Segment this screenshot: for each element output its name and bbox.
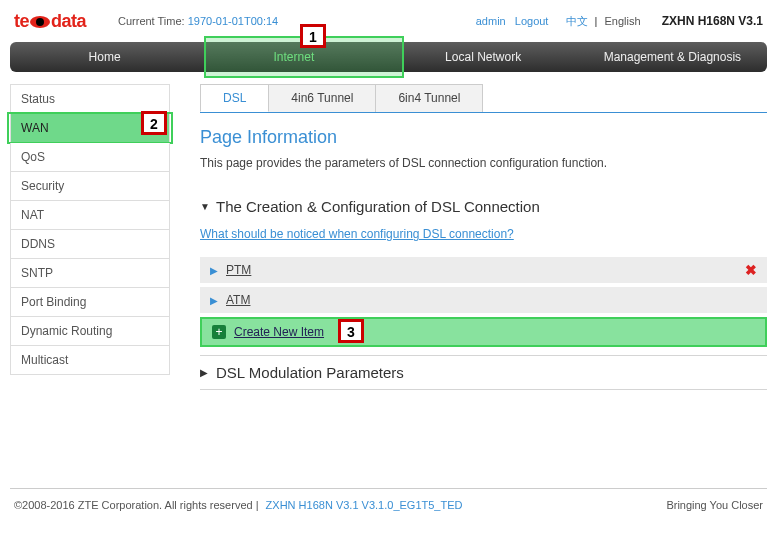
tab-bar: DSL 4in6 Tunnel 6in4 Tunnel (200, 84, 767, 113)
section-dsl-toggle[interactable]: The Creation & Configuration of DSL Conn… (200, 198, 767, 215)
tab-6in4[interactable]: 6in4 Tunnel (375, 84, 483, 112)
footer: ©2008-2016 ZTE Corporation. All rights r… (10, 488, 767, 521)
connection-row-atm[interactable]: ATM (200, 287, 767, 313)
nav-mgmt-diag[interactable]: Management & Diagnosis (578, 42, 767, 72)
section-dsl-modulation: DSL Modulation Parameters (200, 356, 767, 390)
header-right: admin Logout 中文 | English ZXHN H168N V3.… (476, 14, 763, 29)
create-new-item-label[interactable]: Create New Item (234, 325, 324, 339)
current-time: Current Time: 1970-01-01T00:14 (118, 15, 278, 27)
footer-left: ©2008-2016 ZTE Corporation. All rights r… (14, 499, 462, 511)
connection-name[interactable]: PTM (226, 263, 251, 277)
sidebar-item-dynamic-routing[interactable]: Dynamic Routing (10, 317, 170, 346)
copyright-text: ©2008-2016 ZTE Corporation. All rights r… (14, 499, 253, 511)
nav-home[interactable]: Home (10, 42, 199, 72)
sidebar-item-multicast[interactable]: Multicast (10, 346, 170, 375)
section-dsl-connection: The Creation & Configuration of DSL Conn… (200, 190, 767, 356)
create-new-item-row[interactable]: + Create New Item 3 (200, 317, 767, 347)
page-description: This page provides the parameters of DSL… (200, 156, 767, 170)
logo-eye-icon (30, 16, 50, 28)
section-modulation-title: DSL Modulation Parameters (216, 364, 404, 381)
callout-3: 3 (338, 319, 364, 343)
main-nav: Home Internet Local Network Management &… (10, 42, 767, 72)
sidebar: Status WAN 2 QoS Security NAT DDNS SNTP … (10, 84, 170, 470)
callout-2: 2 (141, 111, 167, 135)
lang-separator: | (595, 15, 598, 27)
chevron-right-icon (200, 367, 210, 378)
chevron-down-icon (200, 201, 210, 212)
header-bar: tedata Current Time: 1970-01-01T00:14 ad… (0, 0, 777, 38)
tab-4in6[interactable]: 4in6 Tunnel (268, 84, 376, 112)
nav-internet[interactable]: Internet (199, 42, 388, 72)
sidebar-item-sntp[interactable]: SNTP (10, 259, 170, 288)
chevron-right-icon (210, 295, 218, 306)
callout-1: 1 (300, 24, 326, 48)
logo-text: tedata (14, 11, 86, 32)
sidebar-item-port-binding[interactable]: Port Binding (10, 288, 170, 317)
lang-en-link[interactable]: English (604, 15, 640, 27)
body: Status WAN 2 QoS Security NAT DDNS SNTP … (10, 84, 767, 470)
current-time-label: Current Time: (118, 15, 185, 27)
footer-tagline: Bringing You Closer (666, 499, 763, 511)
sidebar-item-security[interactable]: Security (10, 172, 170, 201)
section-modulation-toggle[interactable]: DSL Modulation Parameters (200, 364, 767, 381)
page-title: Page Information (200, 127, 767, 148)
sidebar-item-status[interactable]: Status (10, 84, 170, 114)
tab-dsl[interactable]: DSL (200, 84, 269, 112)
model-label: ZXHN H168N V3.1 (662, 14, 763, 28)
section-dsl-title: The Creation & Configuration of DSL Conn… (216, 198, 540, 215)
lang-cn-link[interactable]: 中文 (566, 15, 588, 27)
plus-icon: + (212, 325, 226, 339)
sidebar-item-wan[interactable]: WAN 2 (10, 114, 170, 143)
spacer (200, 390, 767, 470)
delete-icon[interactable]: ✖ (745, 262, 757, 278)
current-time-value: 1970-01-01T00:14 (188, 15, 279, 27)
main-content: DSL 4in6 Tunnel 6in4 Tunnel Page Informa… (170, 84, 767, 470)
sidebar-item-nat[interactable]: NAT (10, 201, 170, 230)
logout-link[interactable]: Logout (515, 15, 549, 27)
dsl-help-link[interactable]: What should be noticed when configuring … (200, 227, 514, 241)
firmware-link[interactable]: ZXHN H168N V3.1 V3.1.0_EG1T5_TED (266, 499, 463, 511)
sidebar-item-ddns[interactable]: DDNS (10, 230, 170, 259)
footer-separator: | (256, 499, 262, 511)
connection-row-ptm[interactable]: PTM ✖ (200, 257, 767, 283)
nav-local-network[interactable]: Local Network (389, 42, 578, 72)
sidebar-item-qos[interactable]: QoS (10, 143, 170, 172)
sidebar-item-label: WAN (21, 121, 49, 135)
logo: tedata (14, 8, 94, 34)
connection-name[interactable]: ATM (226, 293, 250, 307)
chevron-right-icon (210, 265, 218, 276)
user-link[interactable]: admin (476, 15, 506, 27)
